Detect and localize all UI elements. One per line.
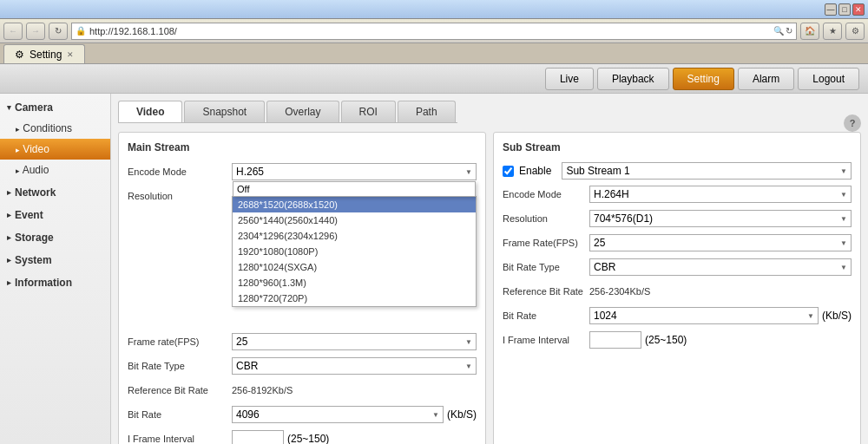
sidebar-header-event[interactable]: ▸ Event [0,205,110,225]
sidebar-item-audio[interactable]: ▸ Audio [0,160,110,180]
sidebar-header-information[interactable]: ▸ Information [0,272,110,293]
chevron-right-icon: ▸ [7,256,11,264]
sidebar-item-conditions[interactable]: ▸ Conditions [0,118,110,139]
sub-tabs-wrapper: Video Snapshot Overlay ROI Path ? [118,101,861,132]
sidebar-section-camera: ▾ Camera ▸ Conditions ▸ Video ▸ Audio [0,97,110,180]
resolution-label: Resolution [128,191,232,201]
sidebar-header-storage[interactable]: ▸ Storage [0,227,110,248]
resolution-option-4[interactable]: 1280*1024(SXGA) [233,259,476,275]
sub-i-frame-label: I Frame Interval [503,335,589,345]
sidebar-section-information: ▸ Information [0,272,110,293]
resolution-option-1[interactable]: 2560*1440(2560x1440) [233,212,476,228]
off-option[interactable]: Off [233,182,475,196]
sub-bit-rate-dropdown[interactable]: 1024 ▼ [589,307,819,324]
chevron-right-icon: ▸ [16,146,20,154]
sub-resolution-value: 704*576(D1) [594,212,653,225]
sub-stream-select[interactable]: Sub Stream 1 ▼ [562,162,852,180]
sidebar-header-camera[interactable]: ▾ Camera [0,97,110,118]
main-panel: Video Snapshot Overlay ROI Path ? [111,94,868,444]
chevron-right-icon: ▸ [7,188,11,197]
sub-reference-bit-rate-label: Reference Bit Rate [503,286,589,297]
help-icon[interactable]: ? [844,114,861,132]
sub-stream-panel: Sub Stream Enable Sub Stream 1 ▼ [493,132,861,444]
encode-mode-row: Encode Mode H.265 ▼ Off [128,162,477,181]
sub-bit-rate-control: 1024 ▼ (Kb/S) [589,307,852,324]
frame-rate-dropdown[interactable]: 25 ▼ [232,333,477,350]
resolution-option-2[interactable]: 2304*1296(2304x1296) [233,228,476,244]
sub-frame-rate-label: Frame Rate(FPS) [503,238,589,248]
frame-rate-label: Frame rate(FPS) [128,336,232,347]
nav-tab-alarm[interactable]: Alarm [738,68,794,90]
browser-tab-setting[interactable]: ⚙ Setting ✕ [3,44,85,63]
bit-rate-control: 4096 ▼ (Kb/S) [232,406,477,423]
i-frame-range: (25~150) [287,433,329,444]
bit-rate-type-value: CBR [236,360,258,372]
sub-bit-rate-type-dropdown[interactable]: CBR ▼ [589,258,852,276]
bit-rate-dropdown[interactable]: 4096 ▼ [232,406,444,423]
resolution-option-3[interactable]: 1920*1080(1080P) [233,244,476,259]
minimize-button[interactable]: — [825,3,837,16]
sidebar-header-system[interactable]: ▸ System [0,250,110,271]
sidebar-item-video[interactable]: ▸ Video [0,139,110,160]
refresh-addr-btn[interactable]: ↻ [786,26,792,36]
sidebar-header-network[interactable]: ▸ Network [0,182,110,203]
sub-frame-rate-control: 25 ▼ [589,234,852,251]
nav-tab-playback[interactable]: Playback [597,68,669,90]
tab-close-button[interactable]: ✕ [67,50,74,59]
sub-stream-title: Sub Stream [503,141,852,153]
sub-resolution-control: 704*576(D1) ▼ [589,210,852,227]
sub-tab-roi[interactable]: ROI [341,101,396,122]
sub-frame-rate-row: Frame Rate(FPS) 25 ▼ [503,233,852,252]
favorites-button[interactable]: ★ [823,23,842,40]
nav-tab-setting[interactable]: Setting [673,68,734,90]
reference-bit-rate-value: 256-8192Kb/S [232,384,477,396]
frame-rate-value: 25 [236,336,247,348]
sub-reference-bit-rate-row: Reference Bit Rate 256-2304Kb/S [503,282,852,301]
address-actions: 🔍 ↻ [773,26,792,36]
forward-button[interactable]: → [26,23,45,40]
refresh-nav-button[interactable]: ↻ [49,23,68,40]
sub-bit-rate-type-row: Bit Rate Type CBR ▼ [503,258,852,277]
maximize-button[interactable]: □ [838,3,851,16]
sub-resolution-dropdown[interactable]: 704*576(D1) ▼ [589,210,852,227]
chevron-down-icon: ▾ [7,103,11,112]
reference-bit-rate-label: Reference Bit Rate [128,385,232,395]
enable-checkbox[interactable] [503,166,514,177]
tab-label: Setting [30,49,62,61]
back-button[interactable]: ← [3,23,23,40]
resolution-option-0[interactable]: 2688*1520(2688x1520) [233,197,476,212]
sub-tab-video[interactable]: Video [118,101,182,122]
sub-frame-rate-dropdown[interactable]: 25 ▼ [589,234,852,251]
chevron-right-icon: ▸ [7,233,11,242]
sub-tab-snapshot[interactable]: Snapshot [184,101,265,122]
dropdown-arrow-icon: ▼ [432,411,439,419]
browser-tab-bar: ⚙ Setting ✕ [0,43,868,64]
sub-i-frame-input[interactable]: 50 [589,331,641,349]
resolution-option-5[interactable]: 1280*960(1.3M) [233,275,476,291]
sidebar-section-storage: ▸ Storage [0,227,110,248]
panels: Main Stream Encode Mode H.265 ▼ Off [118,132,861,444]
sub-tab-overlay[interactable]: Overlay [266,101,339,122]
tools-button[interactable]: ⚙ [845,23,865,40]
nav-tab-live[interactable]: Live [545,68,594,90]
browser-toolbar: ← → ↻ 🔒 http://192.168.1.108/ 🔍 ↻ 🏠 ★ ⚙ [0,19,868,43]
encode-mode-value: H.265 [236,166,264,178]
search-addr-btn[interactable]: 🔍 [773,26,784,36]
dropdown-arrow-icon: ▼ [840,215,847,223]
sub-encode-mode-dropdown[interactable]: H.264H ▼ [589,186,852,203]
dropdown-arrow-icon: ▼ [465,338,472,346]
sidebar-section-system: ▸ System [0,250,110,271]
bit-rate-type-dropdown[interactable]: CBR ▼ [232,357,477,375]
resolution-option-6[interactable]: 1280*720(720P) [233,291,476,306]
encode-mode-dropdown[interactable]: H.265 ▼ Off [232,163,477,180]
browser-titlebar: — □ ✕ [0,0,868,19]
enable-row: Enable Sub Stream 1 ▼ [503,162,852,180]
dropdown-arrow-icon: ▼ [465,362,472,370]
sub-bit-rate-value: 1024 [594,310,617,322]
sub-stream-value: Sub Stream 1 [566,165,629,177]
nav-tab-logout[interactable]: Logout [798,68,859,90]
home-button[interactable]: 🏠 [800,23,819,40]
close-button[interactable]: ✕ [852,3,865,16]
sub-tab-path[interactable]: Path [398,101,456,122]
i-frame-input[interactable]: 50 [232,430,284,444]
